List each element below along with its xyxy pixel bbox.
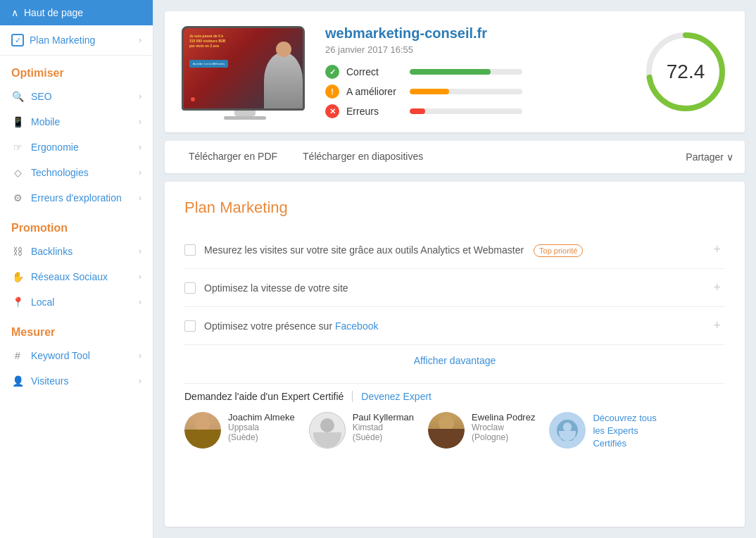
sidebar-item-label: Réseaux Sociaux xyxy=(31,271,108,282)
sidebar-item-label: Visiteurs xyxy=(31,375,68,387)
content-card: Plan Marketing Mesurez les visites sur v… xyxy=(165,182,745,527)
score-circle: 72.4 xyxy=(643,30,728,114)
expert-name-ewelina: Ewelina Podrez xyxy=(472,412,535,423)
expert-info-ewelina: Ewelina Podrez Wroclaw (Pologne) xyxy=(472,412,535,442)
plan-add-1[interactable]: + xyxy=(709,279,725,296)
facebook-link[interactable]: Facebook xyxy=(335,320,378,332)
seo-chevron-icon: › xyxy=(139,92,141,101)
sidebar-item-label: Backlinks xyxy=(31,246,73,257)
avatar-ewelina-shape xyxy=(428,412,465,449)
experts-header: Demandez l'aide d'un Expert Certifié Dev… xyxy=(184,391,725,402)
expert-country-joachim: (Suède) xyxy=(228,432,295,442)
svg-point-4 xyxy=(564,424,571,431)
sidebar-item-mobile[interactable]: 📱 Mobile › xyxy=(0,109,153,134)
correct-bar xyxy=(410,69,491,75)
hand-icon: ☞ xyxy=(11,141,24,154)
erreurs-chevron-icon: › xyxy=(139,193,141,203)
erreurs-label: Erreurs xyxy=(346,106,403,117)
hashtag-icon: # xyxy=(11,349,24,362)
score-value: 72.4 xyxy=(667,61,705,83)
expert-avatar-paul xyxy=(309,412,346,449)
metric-ameliorer: ! A améliorer xyxy=(325,85,626,99)
svg-point-5 xyxy=(560,433,574,441)
site-date: 26 janvier 2017 16:55 xyxy=(325,44,626,55)
expert-info-all: Découvrez tousles ExpertsCertifiés xyxy=(593,412,656,451)
expert-country-ewelina: (Pologne) xyxy=(472,432,535,442)
share-label: Partager xyxy=(686,151,724,163)
sidebar-item-visiteurs[interactable]: 👤 Visiteurs › xyxy=(0,368,153,394)
plan-checkbox-2[interactable] xyxy=(184,320,196,332)
site-overview-card: Je suis passé de 0 à315 000 visiteurs B2… xyxy=(165,11,745,132)
ameliorer-bar-bg xyxy=(410,89,522,94)
expert-info-joachim: Joachim Almeke Uppsala (Suède) xyxy=(228,412,295,442)
all-experts-label[interactable]: Découvrez tousles ExpertsCertifiés xyxy=(593,413,656,449)
sidebar-item-reseaux-sociaux[interactable]: ✋ Réseaux Sociaux › xyxy=(0,264,153,289)
plan-item-analytics: Mesurez les visites sur votre site grâce… xyxy=(184,231,725,269)
sidebar-item-technologies[interactable]: ◇ Technologies › xyxy=(0,160,153,185)
expert-city-joachim: Uppsala xyxy=(228,423,295,432)
show-more-button[interactable]: Afficher davantage xyxy=(184,345,725,376)
expert-country-paul: (Suède) xyxy=(353,432,414,442)
site-name: webmarketing-conseil.fr xyxy=(325,25,626,42)
chevron-down-icon: ∨ xyxy=(726,151,733,163)
plan-checkbox-1[interactable] xyxy=(184,282,196,294)
sidebar-item-local[interactable]: 📍 Local › xyxy=(0,289,153,315)
metric-erreurs: ✕ Erreurs xyxy=(325,104,626,118)
sidebar-item-erreurs-exploration[interactable]: ⚙ Erreurs d'exploration › xyxy=(0,185,153,211)
tab-download-pdf[interactable]: Télécharger en PDF xyxy=(176,141,290,173)
share-icon: ✋ xyxy=(11,270,24,283)
plan-item-facebook: Optimisez votre présence sur Facebook + xyxy=(184,307,725,345)
sidebar-item-ergonomie[interactable]: ☞ Ergonomie › xyxy=(0,134,153,160)
ameliorer-label: A améliorer xyxy=(346,86,403,97)
sidebar-item-seo[interactable]: 🔍 SEO › xyxy=(0,84,153,109)
plan-add-2[interactable]: + xyxy=(709,317,725,334)
expert-item-joachim: Joachim Almeke Uppsala (Suède) xyxy=(184,412,295,449)
monitor-screen: Je suis passé de 0 à315 000 visiteurs B2… xyxy=(184,28,303,108)
plan-title: Plan Marketing xyxy=(184,199,725,217)
tabs-bar: Télécharger en PDF Télécharger en diapos… xyxy=(165,141,745,173)
expert-avatar-all xyxy=(549,412,586,449)
erreurs-bar xyxy=(410,108,425,114)
expert-item-all[interactable]: Découvrez tousles ExpertsCertifiés xyxy=(549,412,656,451)
erreurs-icon: ✕ xyxy=(325,104,339,118)
plan-add-0[interactable]: + xyxy=(709,241,725,258)
local-chevron-icon: › xyxy=(139,297,141,307)
plan-checkbox-0[interactable] xyxy=(184,244,196,256)
sidebar-item-label: Erreurs d'exploration xyxy=(31,192,122,204)
svg-point-2 xyxy=(563,423,572,432)
plan-item-vitesse: Optimisez la vitesse de votre site + xyxy=(184,269,725,307)
sidebar-item-backlinks[interactable]: ⛓ Backlinks › xyxy=(0,239,153,264)
correct-icon: ✓ xyxy=(325,65,339,79)
section-title-promotion: Promotion xyxy=(0,211,153,239)
sidebar-plan-label: Plan Marketing xyxy=(30,35,95,46)
mobile-chevron-icon: › xyxy=(139,117,141,127)
sidebar-plan-item[interactable]: ✓ Plan Marketing › xyxy=(0,25,153,56)
settings-icon: ⚙ xyxy=(11,192,24,204)
expert-avatar-ewelina xyxy=(428,412,465,449)
sidebar: ∧ Haut de page ✓ Plan Marketing › Optimi… xyxy=(0,0,153,538)
ameliorer-bar xyxy=(410,89,449,94)
mobile-icon: 📱 xyxy=(11,115,24,128)
all-experts-svg xyxy=(557,420,578,441)
tab-download-slides[interactable]: Télécharger en diapositives xyxy=(290,141,436,173)
sidebar-top-button[interactable]: ∧ Haut de page xyxy=(0,0,153,25)
erreurs-bar-bg xyxy=(410,108,522,114)
monitor-base xyxy=(224,116,266,120)
main-content: Je suis passé de 0 à315 000 visiteurs B2… xyxy=(153,0,756,538)
sidebar-item-label: SEO xyxy=(31,91,52,102)
correct-bar-bg xyxy=(410,69,522,75)
become-expert-link[interactable]: Devenez Expert xyxy=(361,391,431,402)
plan-chevron-icon: › xyxy=(139,35,141,45)
monitor: Je suis passé de 0 à315 000 visiteurs B2… xyxy=(182,26,305,111)
experts-title: Demandez l'aide d'un Expert Certifié xyxy=(184,391,344,402)
plan-check-icon: ✓ xyxy=(11,34,24,46)
sidebar-item-keyword-tool[interactable]: # Keyword Tool › xyxy=(0,343,153,368)
expert-name-joachim: Joachim Almeke xyxy=(228,412,295,423)
backlinks-chevron-icon: › xyxy=(139,246,141,256)
logo-dot xyxy=(191,97,195,101)
site-preview: Je suis passé de 0 à315 000 visiteurs B2… xyxy=(182,26,308,118)
sidebar-item-label: Technologies xyxy=(31,167,89,178)
share-button[interactable]: Partager ∨ xyxy=(686,146,733,168)
sidebar-item-label: Mobile xyxy=(31,116,60,127)
technologies-chevron-icon: › xyxy=(139,168,141,177)
